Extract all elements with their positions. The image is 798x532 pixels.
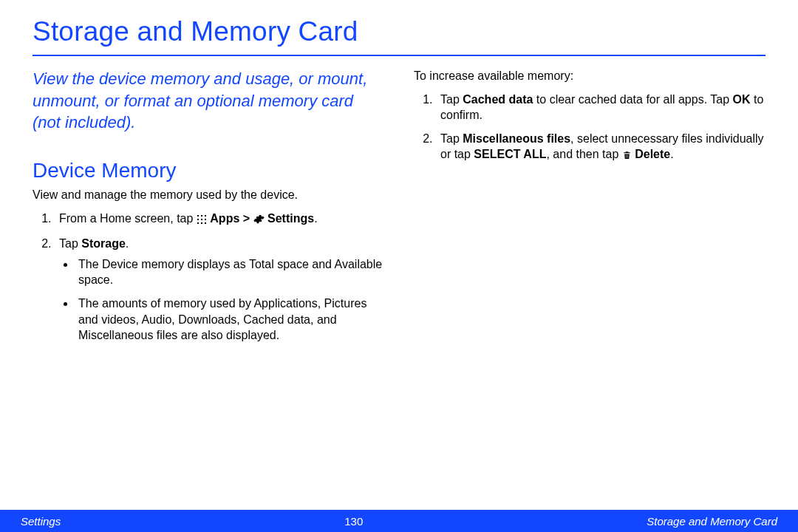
left-steps: From a Home screen, tap Apps > Settings.… (33, 211, 384, 344)
text: Tap (59, 237, 81, 250)
gt-separator: > (243, 212, 253, 225)
apps-label: Apps (210, 212, 239, 225)
page-title: Storage and Memory Card (33, 16, 765, 47)
intro-text: View the device memory and usage, or mou… (33, 68, 384, 134)
title-divider (33, 55, 765, 56)
footer-page-number: 130 (344, 515, 363, 528)
gear-icon (253, 213, 265, 229)
text: Tap (440, 93, 463, 106)
footer-right: Storage and Memory Card (647, 515, 777, 528)
select-all-label: SELECT ALL (474, 148, 546, 160)
footer-left: Settings (21, 515, 61, 528)
left-step-2: Tap Storage. The Device memory displays … (55, 236, 384, 344)
trash-icon (622, 149, 632, 165)
left-bullet-1: The Device memory displays as Total spac… (75, 256, 384, 288)
text: Tap (440, 132, 463, 145)
apps-grid-icon (197, 214, 207, 225)
right-steps: Tap Cached data to clear cached data for… (414, 92, 765, 165)
right-step-2: Tap Miscellaneous files, select unnecess… (436, 131, 765, 165)
left-bullet-2: The amounts of memory used by Applicatio… (75, 296, 384, 344)
ok-label: OK (732, 93, 750, 106)
section-heading: Device Memory (33, 159, 384, 183)
text: . (126, 237, 129, 250)
left-column: View the device memory and usage, or mou… (33, 68, 384, 351)
left-step-1: From a Home screen, tap Apps > Settings. (55, 211, 384, 229)
right-step-1: Tap Cached data to clear cached data for… (436, 92, 765, 123)
text: , and then tap (546, 148, 621, 160)
section-description: View and manage the memory used by the d… (33, 187, 384, 203)
text: . (670, 148, 673, 160)
settings-label: Settings (267, 212, 314, 225)
storage-label: Storage (81, 237, 126, 250)
cached-data-label: Cached data (463, 93, 533, 106)
right-intro: To increase available memory: (414, 68, 765, 84)
page-footer: Settings 130 Storage and Memory Card (0, 510, 798, 532)
text: to clear cached data for all apps. Tap (533, 93, 732, 106)
right-column: To increase available memory: Tap Cached… (414, 68, 765, 351)
text: From a Home screen, tap (59, 212, 197, 225)
delete-label: Delete (635, 148, 670, 160)
text: . (314, 212, 317, 225)
misc-files-label: Miscellaneous files (463, 132, 570, 145)
left-bullets: The Device memory displays as Total spac… (59, 256, 384, 344)
